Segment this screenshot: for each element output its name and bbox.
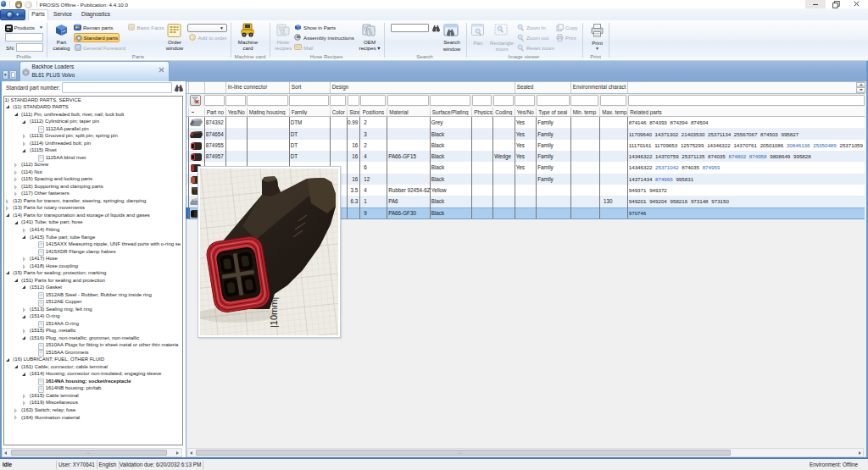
svg-text:|10mm|: |10mm| bbox=[269, 297, 279, 328]
